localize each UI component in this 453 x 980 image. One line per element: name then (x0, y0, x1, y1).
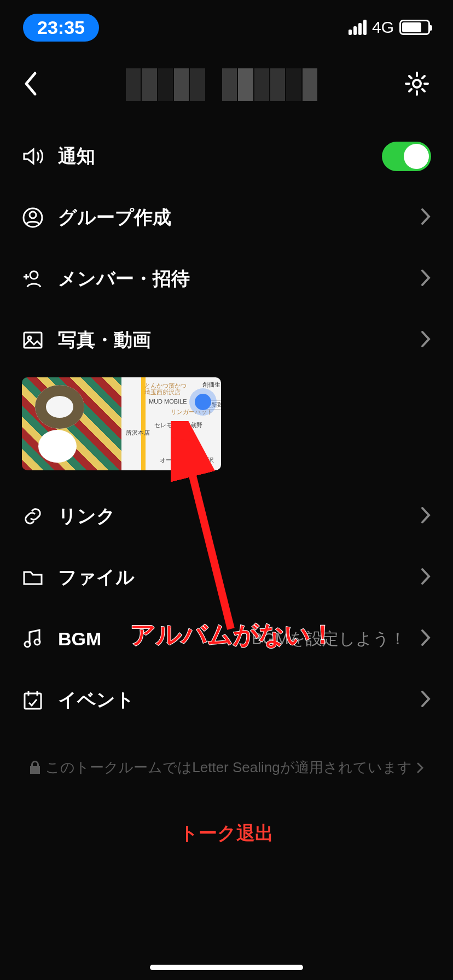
calendar-check-icon (22, 689, 44, 711)
row-label: 通知 (58, 144, 368, 169)
map-poi-label: MUD MOBILE (149, 398, 187, 405)
chevron-right-icon (420, 567, 431, 588)
network-label: 4G (372, 18, 394, 37)
signal-icon (349, 20, 367, 35)
home-indicator[interactable] (150, 965, 303, 970)
settings-button[interactable] (404, 71, 430, 99)
row-label: イベント (58, 687, 406, 713)
map-poi-label: 所沢本店 (126, 429, 150, 437)
folder-icon (22, 567, 44, 588)
svg-rect-4 (24, 332, 42, 348)
status-bar: 23:35 4G (0, 0, 453, 55)
row-create-group[interactable]: グループ作成 (0, 187, 453, 248)
svg-point-0 (413, 80, 421, 88)
media-thumbnails: とんかつ濱かつ 埼玉西所沢店 MUD MOBILE リンガーハット セレモニー武… (0, 371, 453, 486)
user-circle-icon (22, 207, 44, 229)
thumbnail-food[interactable] (22, 377, 121, 470)
row-members-invite[interactable]: メンバー・招待 (0, 248, 453, 310)
row-label: ファイル (58, 565, 406, 590)
row-label: グループ作成 (58, 205, 406, 230)
back-button[interactable] (23, 70, 39, 100)
row-notifications[interactable]: 通知 (0, 126, 453, 187)
row-label: BGM (58, 628, 237, 650)
row-bgm[interactable]: BGM BGMを設定しよう！ (0, 608, 453, 669)
music-icon (22, 628, 44, 650)
leave-talk-button[interactable]: トーク退出 (0, 794, 453, 873)
thumbnail-map[interactable]: とんかつ濱かつ 埼玉西所沢店 MUD MOBILE リンガーハット セレモニー武… (121, 377, 221, 470)
nav-bar (0, 55, 453, 115)
lock-icon (29, 761, 41, 775)
map-poi-label: 正新鶏 (204, 400, 221, 410)
chevron-right-icon (420, 628, 431, 649)
row-links[interactable]: リンク (0, 486, 453, 547)
map-poi-label: 創価生 (202, 381, 220, 389)
row-events[interactable]: イベント (0, 669, 453, 731)
chevron-right-icon (420, 330, 431, 351)
row-files[interactable]: ファイル (0, 547, 453, 608)
status-time: 23:35 (23, 14, 99, 42)
chevron-right-icon (420, 506, 431, 527)
map-poi-label: セレモニー武蔵野 (154, 421, 202, 429)
row-photos-videos[interactable]: 写真・動画 (0, 310, 453, 371)
map-poi-label: リンガーハット (171, 408, 213, 416)
chevron-right-icon (420, 690, 431, 710)
svg-point-6 (25, 641, 30, 647)
chevron-right-icon (416, 762, 424, 774)
battery-icon (399, 20, 430, 35)
speaker-icon (22, 145, 44, 167)
letter-sealing-notice[interactable]: このトークルームではLetter Sealingが適用されています (0, 731, 453, 794)
chevron-right-icon (420, 269, 431, 289)
status-right: 4G (349, 18, 430, 37)
svg-point-3 (30, 271, 38, 279)
chevron-right-icon (420, 207, 431, 228)
map-poi-label: 埼玉西所沢店 (144, 388, 181, 396)
image-icon (22, 329, 44, 351)
svg-point-7 (34, 639, 40, 645)
svg-point-2 (30, 212, 36, 218)
bgm-hint: BGMを設定しよう！ (252, 628, 406, 650)
link-icon (22, 505, 44, 527)
svg-rect-8 (25, 693, 41, 709)
chat-title-censored (126, 68, 317, 101)
user-plus-icon (22, 268, 44, 290)
map-poi-label: オートバックス所沢 (160, 456, 214, 464)
seal-text: このトークルームではLetter Sealingが適用されています (45, 758, 411, 777)
row-label: リンク (58, 504, 406, 529)
row-label: メンバー・招待 (58, 266, 406, 291)
row-label: 写真・動画 (58, 328, 406, 353)
notification-toggle[interactable] (382, 142, 431, 171)
